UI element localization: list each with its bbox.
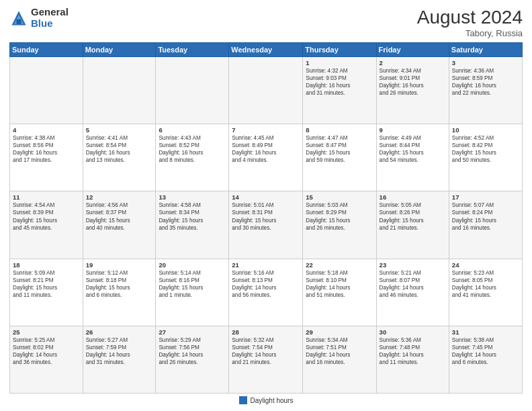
- day-info: Sunrise: 4:52 AM Sunset: 8:42 PM Dayligh…: [452, 134, 519, 164]
- logo-icon: [9, 9, 28, 28]
- legend-label: Daylight hours: [251, 397, 294, 404]
- day-info: Sunrise: 4:34 AM Sunset: 9:01 PM Dayligh…: [380, 67, 446, 97]
- day-number: 12: [86, 193, 153, 201]
- day-number: 5: [86, 126, 153, 134]
- day-info: Sunrise: 5:16 AM Sunset: 8:13 PM Dayligh…: [232, 269, 300, 299]
- day-info: Sunrise: 4:38 AM Sunset: 8:56 PM Dayligh…: [13, 134, 80, 164]
- day-cell: 10Sunrise: 4:52 AM Sunset: 8:42 PM Dayli…: [449, 124, 522, 191]
- day-cell: 16Sunrise: 5:05 AM Sunset: 8:26 PM Dayli…: [376, 191, 449, 259]
- day-number: 20: [159, 261, 226, 269]
- week-row-2: 11Sunrise: 4:54 AM Sunset: 8:39 PM Dayli…: [10, 191, 523, 259]
- day-info: Sunrise: 5:21 AM Sunset: 8:07 PM Dayligh…: [380, 269, 446, 299]
- month-year: August 2024: [417, 7, 523, 28]
- day-info: Sunrise: 5:14 AM Sunset: 8:16 PM Dayligh…: [159, 269, 226, 299]
- day-number: 31: [452, 328, 519, 336]
- day-cell: 15Sunrise: 5:03 AM Sunset: 8:29 PM Dayli…: [303, 191, 376, 259]
- day-cell: [83, 57, 156, 124]
- day-number: 7: [232, 126, 300, 134]
- day-number: 1: [306, 59, 373, 66]
- day-cell: 21Sunrise: 5:16 AM Sunset: 8:13 PM Dayli…: [229, 259, 303, 326]
- col-friday: Friday: [376, 43, 449, 57]
- day-cell: 30Sunrise: 5:36 AM Sunset: 7:48 PM Dayli…: [376, 326, 449, 393]
- day-cell: 9Sunrise: 4:49 AM Sunset: 8:44 PM Daylig…: [376, 124, 449, 191]
- day-info: Sunrise: 4:32 AM Sunset: 9:03 PM Dayligh…: [306, 67, 373, 97]
- day-info: Sunrise: 4:41 AM Sunset: 8:54 PM Dayligh…: [86, 134, 153, 164]
- day-number: 9: [380, 126, 446, 134]
- day-number: 18: [13, 261, 80, 269]
- legend-color-box: [239, 396, 247, 404]
- col-sunday: Sunday: [10, 43, 83, 57]
- day-cell: 18Sunrise: 5:09 AM Sunset: 8:21 PM Dayli…: [10, 259, 83, 326]
- day-info: Sunrise: 4:56 AM Sunset: 8:37 PM Dayligh…: [86, 201, 153, 231]
- day-info: Sunrise: 5:18 AM Sunset: 8:10 PM Dayligh…: [306, 269, 373, 299]
- col-monday: Monday: [83, 43, 156, 57]
- day-info: Sunrise: 5:32 AM Sunset: 7:54 PM Dayligh…: [232, 336, 300, 366]
- day-cell: 11Sunrise: 4:54 AM Sunset: 8:39 PM Dayli…: [10, 191, 83, 259]
- day-info: Sunrise: 5:05 AM Sunset: 8:26 PM Dayligh…: [380, 201, 446, 231]
- day-info: Sunrise: 4:49 AM Sunset: 8:44 PM Dayligh…: [380, 134, 446, 164]
- day-info: Sunrise: 5:23 AM Sunset: 8:05 PM Dayligh…: [452, 269, 519, 299]
- day-cell: 17Sunrise: 5:07 AM Sunset: 8:24 PM Dayli…: [449, 191, 522, 259]
- day-info: Sunrise: 5:27 AM Sunset: 7:59 PM Dayligh…: [86, 336, 153, 366]
- day-info: Sunrise: 4:45 AM Sunset: 8:49 PM Dayligh…: [232, 134, 300, 164]
- day-info: Sunrise: 5:03 AM Sunset: 8:29 PM Dayligh…: [306, 201, 373, 231]
- day-number: 8: [306, 126, 373, 134]
- day-cell: [229, 57, 303, 124]
- day-info: Sunrise: 5:36 AM Sunset: 7:48 PM Dayligh…: [380, 336, 446, 366]
- day-number: 26: [86, 328, 153, 336]
- logo-text: General Blue: [31, 7, 69, 29]
- day-cell: [10, 57, 83, 124]
- col-saturday: Saturday: [449, 43, 522, 57]
- day-info: Sunrise: 5:07 AM Sunset: 8:24 PM Dayligh…: [452, 201, 519, 231]
- day-cell: 14Sunrise: 5:01 AM Sunset: 8:31 PM Dayli…: [229, 191, 303, 259]
- header: General Blue August 2024 Tabory, Russia: [9, 7, 523, 38]
- day-number: 30: [380, 328, 446, 336]
- week-row-4: 25Sunrise: 5:25 AM Sunset: 8:02 PM Dayli…: [10, 326, 523, 393]
- page: General Blue August 2024 Tabory, Russia …: [0, 0, 532, 411]
- day-number: 6: [159, 126, 226, 134]
- day-info: Sunrise: 4:47 AM Sunset: 8:47 PM Dayligh…: [306, 134, 373, 164]
- week-row-3: 18Sunrise: 5:09 AM Sunset: 8:21 PM Dayli…: [10, 259, 523, 326]
- day-cell: 29Sunrise: 5:34 AM Sunset: 7:51 PM Dayli…: [303, 326, 376, 393]
- day-info: Sunrise: 5:01 AM Sunset: 8:31 PM Dayligh…: [232, 201, 300, 231]
- day-cell: 19Sunrise: 5:12 AM Sunset: 8:18 PM Dayli…: [83, 259, 156, 326]
- day-info: Sunrise: 4:43 AM Sunset: 8:52 PM Dayligh…: [159, 134, 226, 164]
- day-number: 13: [159, 193, 226, 201]
- day-cell: 24Sunrise: 5:23 AM Sunset: 8:05 PM Dayli…: [449, 259, 522, 326]
- day-info: Sunrise: 5:38 AM Sunset: 7:45 PM Dayligh…: [452, 336, 519, 366]
- day-number: 3: [452, 59, 519, 66]
- title-block: August 2024 Tabory, Russia: [417, 7, 523, 38]
- day-number: 28: [232, 328, 300, 336]
- location: Tabory, Russia: [417, 28, 523, 38]
- logo-blue-text: Blue: [31, 18, 69, 30]
- legend: Daylight hours: [9, 396, 523, 404]
- day-cell: 7Sunrise: 4:45 AM Sunset: 8:49 PM Daylig…: [229, 124, 303, 191]
- day-number: 11: [13, 193, 80, 201]
- day-number: 15: [306, 193, 373, 201]
- day-info: Sunrise: 5:09 AM Sunset: 8:21 PM Dayligh…: [13, 269, 80, 299]
- logo-general-text: General: [31, 7, 69, 18]
- day-info: Sunrise: 5:34 AM Sunset: 7:51 PM Dayligh…: [306, 336, 373, 366]
- day-info: Sunrise: 5:29 AM Sunset: 7:56 PM Dayligh…: [159, 336, 226, 366]
- day-cell: 2Sunrise: 4:34 AM Sunset: 9:01 PM Daylig…: [376, 57, 449, 124]
- day-number: 2: [380, 59, 446, 66]
- week-row-0: 1Sunrise: 4:32 AM Sunset: 9:03 PM Daylig…: [10, 57, 523, 124]
- day-info: Sunrise: 4:54 AM Sunset: 8:39 PM Dayligh…: [13, 201, 80, 231]
- col-thursday: Thursday: [303, 43, 376, 57]
- day-cell: 25Sunrise: 5:25 AM Sunset: 8:02 PM Dayli…: [10, 326, 83, 393]
- header-row: Sunday Monday Tuesday Wednesday Thursday…: [10, 43, 523, 57]
- day-cell: 23Sunrise: 5:21 AM Sunset: 8:07 PM Dayli…: [376, 259, 449, 326]
- day-number: 21: [232, 261, 300, 269]
- day-cell: 26Sunrise: 5:27 AM Sunset: 7:59 PM Dayli…: [83, 326, 156, 393]
- calendar: Sunday Monday Tuesday Wednesday Thursday…: [9, 42, 523, 394]
- day-number: 16: [380, 193, 446, 201]
- day-cell: 5Sunrise: 4:41 AM Sunset: 8:54 PM Daylig…: [83, 124, 156, 191]
- day-info: Sunrise: 5:12 AM Sunset: 8:18 PM Dayligh…: [86, 269, 153, 299]
- svg-rect-2: [17, 19, 21, 24]
- day-number: 29: [306, 328, 373, 336]
- day-cell: 28Sunrise: 5:32 AM Sunset: 7:54 PM Dayli…: [229, 326, 303, 393]
- day-number: 19: [86, 261, 153, 269]
- day-number: 14: [232, 193, 300, 201]
- calendar-table: Sunday Monday Tuesday Wednesday Thursday…: [9, 42, 523, 394]
- col-tuesday: Tuesday: [156, 43, 229, 57]
